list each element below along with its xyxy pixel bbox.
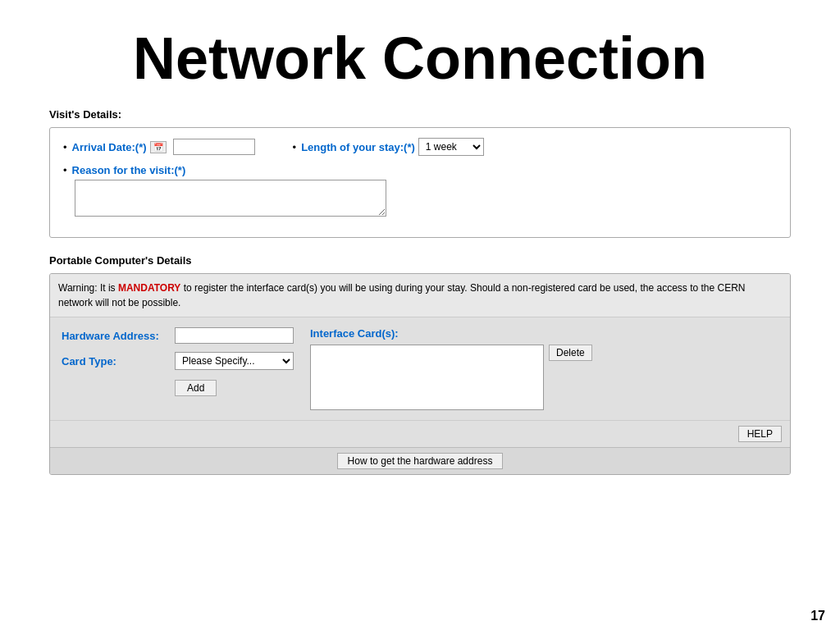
length-of-stay-label: Length of your stay:(*) [301, 141, 415, 153]
help-button[interactable]: HELP [738, 426, 782, 442]
interface-cards-label: Interface Card(s): [310, 327, 592, 340]
card-type-label: Card Type: [62, 355, 168, 368]
card-type-select[interactable]: Please Specify... Ethernet Wireless [175, 352, 294, 370]
add-button-row: Add [62, 378, 294, 396]
interface-cards-textarea[interactable] [310, 345, 544, 410]
card-type-row: Card Type: Please Specify... Ethernet Wi… [62, 352, 294, 370]
page-title: Network Connection [0, 0, 840, 108]
portable-section-label: Portable Computer's Details [49, 254, 791, 267]
add-button[interactable]: Add [175, 380, 217, 396]
hardware-address-label: Hardware Address: [62, 330, 168, 342]
help-row: HELP [50, 420, 790, 447]
warning-bar: Warning: It is MANDATORY to register the… [50, 274, 790, 317]
delete-button[interactable]: Delete [549, 345, 592, 361]
portable-details-box: Warning: It is MANDATORY to register the… [49, 273, 791, 475]
length-of-stay-select[interactable]: 1 week 2 weeks 1 month 3 months 6 months… [418, 138, 484, 156]
reason-textarea[interactable] [75, 180, 386, 217]
hardware-address-row: Hardware Address: [62, 327, 294, 344]
arrival-date-label: Arrival Date:(*) [72, 141, 147, 153]
visits-details-label: Visit's Details: [49, 108, 791, 121]
warning-prefix: Warning: It is [58, 282, 118, 294]
reason-label: Reason for the visit:(*) [72, 164, 186, 176]
arrival-date-input[interactable] [173, 139, 255, 155]
bottom-bar: How to get the hardware address [50, 447, 790, 474]
page-number: 17 [810, 609, 825, 623]
interface-cards-row: Delete [310, 345, 592, 410]
left-form: Hardware Address: Card Type: Please Spec… [62, 327, 294, 410]
calendar-icon-button[interactable]: 📅 [150, 141, 167, 153]
hw-link-button[interactable]: How to get the hardware address [337, 453, 504, 469]
portable-form-area: Hardware Address: Card Type: Please Spec… [50, 317, 790, 420]
mandatory-word: MANDATORY [118, 282, 180, 294]
visits-details-box: • Arrival Date:(*) 📅 • Length of your st… [49, 127, 791, 238]
hardware-address-input[interactable] [175, 327, 294, 344]
right-interface: Interface Card(s): Delete [310, 327, 592, 410]
